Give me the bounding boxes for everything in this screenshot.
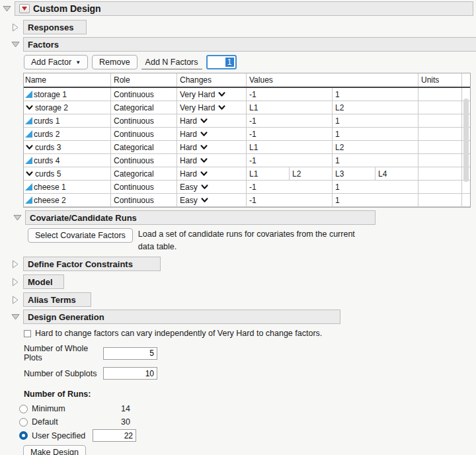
- value-cell[interactable]: L2: [290, 167, 333, 180]
- table-row: curds 5 Categorical Hard L1 L2 L3 L4: [24, 167, 470, 181]
- covariate-header[interactable]: Covariate/Candidate Runs: [25, 210, 376, 225]
- whole-plots-input[interactable]: [103, 347, 157, 360]
- disclosure-closed-icon[interactable]: [11, 296, 20, 304]
- changes-dropdown[interactable]: Very Hard: [177, 101, 247, 114]
- units-cell[interactable]: [418, 128, 462, 140]
- units-cell[interactable]: [418, 141, 462, 153]
- disclosure-closed-icon[interactable]: [11, 23, 20, 32]
- remove-button[interactable]: Remove: [92, 55, 138, 69]
- page-title: Custom Design: [33, 3, 101, 14]
- factor-name-cell[interactable]: curds 3: [24, 141, 111, 153]
- custom-design-header[interactable]: Custom Design: [15, 1, 473, 16]
- factor-name-cell[interactable]: curds 4: [24, 154, 111, 167]
- value-cell[interactable]: -1: [247, 154, 333, 167]
- factor-name-cell[interactable]: storage 1: [24, 88, 111, 101]
- select-covariate-factors-button[interactable]: Select Covariate Factors: [28, 228, 133, 243]
- caret-down-icon: ▼: [75, 60, 81, 65]
- factor-name-cell[interactable]: cheese 1: [24, 181, 111, 193]
- disclosure-closed-icon[interactable]: [11, 278, 20, 286]
- units-cell[interactable]: [418, 114, 462, 127]
- factor-name-cell[interactable]: cheese 2: [24, 194, 111, 206]
- value-cell[interactable]: -1: [247, 114, 333, 127]
- value-cell[interactable]: L2: [333, 141, 418, 153]
- changes-dropdown[interactable]: Hard: [177, 128, 247, 140]
- chevron-down-icon: [200, 171, 208, 177]
- default-radio[interactable]: [19, 418, 28, 427]
- factors-table: Name Role Changes Values Units storage 1…: [23, 73, 471, 208]
- role-cell[interactable]: Continuous: [111, 181, 177, 193]
- value-cell[interactable]: 1: [333, 194, 418, 206]
- design-generation-header[interactable]: Design Generation: [23, 310, 340, 324]
- factor-name-cell[interactable]: storage 2: [24, 101, 111, 114]
- value-cell[interactable]: 1: [333, 181, 418, 193]
- units-cell[interactable]: [418, 167, 462, 180]
- value-cell[interactable]: -1: [247, 128, 333, 140]
- subplots-input[interactable]: [103, 367, 157, 380]
- units-cell[interactable]: [418, 181, 462, 193]
- changes-dropdown[interactable]: Hard: [177, 154, 247, 167]
- minimum-radio[interactable]: [19, 405, 28, 413]
- value-cell[interactable]: L3: [333, 167, 376, 180]
- value-cell[interactable]: 1: [333, 114, 418, 127]
- minimum-label: Minimum: [32, 404, 93, 413]
- changes-dropdown[interactable]: Hard: [177, 141, 247, 153]
- value-cell[interactable]: L1: [247, 101, 333, 114]
- responses-header[interactable]: Responses: [23, 20, 87, 34]
- factor-name-cell[interactable]: curds 2: [24, 128, 111, 140]
- changes-dropdown[interactable]: Hard: [177, 167, 247, 180]
- value-cell[interactable]: L1: [247, 167, 290, 180]
- chevron-down-icon: [200, 118, 208, 124]
- col-header-name[interactable]: Name: [24, 73, 111, 87]
- value-cell[interactable]: 1: [333, 88, 418, 101]
- factors-header[interactable]: Factors: [23, 37, 476, 52]
- changes-dropdown[interactable]: Easy: [177, 194, 247, 206]
- alias-terms-header[interactable]: Alias Terms: [23, 292, 91, 307]
- value-cell[interactable]: -1: [247, 194, 333, 206]
- value-cell[interactable]: -1: [247, 181, 333, 193]
- hard-to-change-checkbox[interactable]: [24, 330, 31, 337]
- add-n-factors-input[interactable]: 1: [206, 55, 237, 69]
- changes-dropdown[interactable]: Hard: [177, 114, 247, 127]
- table-scrollbar[interactable]: [463, 99, 469, 182]
- units-cell[interactable]: [418, 154, 462, 167]
- red-triangle-menu-icon[interactable]: [19, 4, 30, 13]
- col-header-units[interactable]: Units: [418, 73, 462, 87]
- disclosure-closed-icon[interactable]: [11, 260, 20, 269]
- disclosure-open-icon[interactable]: [13, 214, 22, 222]
- value-cell[interactable]: 1: [333, 154, 418, 167]
- factor-name-cell[interactable]: curds 1: [24, 114, 111, 127]
- define-factor-constraints-header[interactable]: Define Factor Constraints: [23, 257, 161, 271]
- value-cell[interactable]: -1: [247, 88, 333, 101]
- value-cell[interactable]: 1: [333, 128, 418, 140]
- role-cell[interactable]: Categorical: [111, 167, 177, 180]
- role-cell[interactable]: Continuous: [111, 114, 177, 127]
- role-cell[interactable]: Continuous: [111, 194, 177, 206]
- role-cell[interactable]: Continuous: [111, 128, 177, 140]
- role-cell[interactable]: Continuous: [111, 88, 177, 101]
- value-cell[interactable]: L2: [333, 101, 418, 114]
- disclosure-open-icon[interactable]: [11, 40, 20, 49]
- role-cell[interactable]: Categorical: [111, 101, 177, 114]
- disclosure-open-icon[interactable]: [3, 5, 11, 13]
- role-cell[interactable]: Continuous: [111, 154, 177, 167]
- col-header-values[interactable]: Values: [247, 73, 418, 87]
- units-cell[interactable]: [418, 101, 462, 114]
- col-header-role[interactable]: Role: [111, 73, 177, 87]
- add-n-factors-label[interactable]: Add N Factors: [141, 55, 202, 69]
- user-specified-radio[interactable]: [19, 431, 28, 440]
- changes-dropdown[interactable]: Easy: [177, 181, 247, 193]
- role-cell[interactable]: Categorical: [111, 141, 177, 153]
- value-cell[interactable]: L4: [376, 167, 418, 180]
- make-design-button[interactable]: Make Design: [23, 445, 86, 455]
- changes-dropdown[interactable]: Very Hard: [177, 88, 247, 101]
- table-row: curds 3 Categorical Hard L1 L2: [24, 141, 470, 154]
- value-cell[interactable]: L1: [247, 141, 333, 153]
- units-cell[interactable]: [418, 194, 462, 206]
- add-factor-button[interactable]: Add Factor ▼: [24, 55, 88, 69]
- model-header[interactable]: Model: [23, 274, 64, 289]
- factor-name-cell[interactable]: curds 5: [24, 167, 111, 180]
- col-header-changes[interactable]: Changes: [177, 73, 247, 87]
- disclosure-open-icon[interactable]: [11, 313, 20, 321]
- user-specified-input[interactable]: [93, 429, 136, 442]
- units-cell[interactable]: [418, 88, 462, 101]
